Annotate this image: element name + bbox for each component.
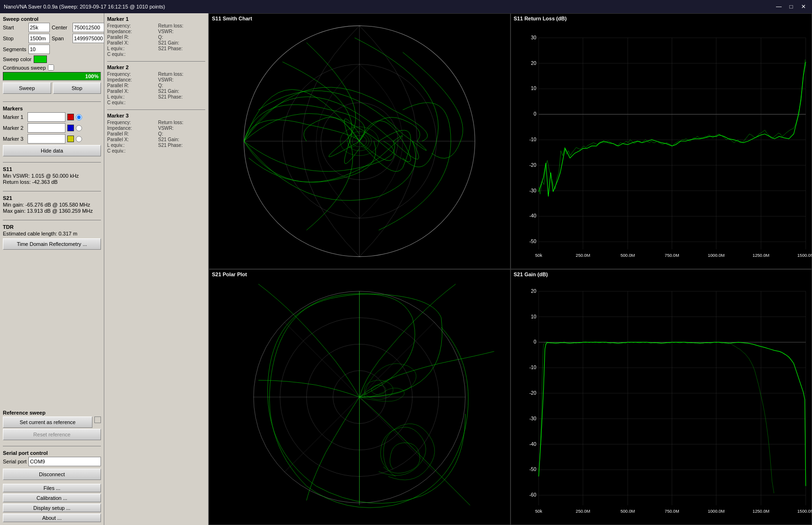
m2-s21g-label: S21 Gain:: [158, 89, 192, 94]
svg-text:1000.0M: 1000.0M: [708, 509, 725, 514]
min-gain-label: Min gain:: [3, 202, 24, 208]
tdr-button[interactable]: Time Domain Reflectometry ...: [3, 238, 101, 250]
s11-rl-svg: 30 20 10 0 -10 -20 -30 -40 -50 50k 250.0…: [511, 14, 812, 269]
marker2-radio[interactable]: [76, 125, 82, 131]
s21-gain-title: S21 Gain (dB): [514, 272, 548, 277]
svg-text:500.0M: 500.0M: [620, 253, 634, 258]
svg-text:-10: -10: [529, 137, 536, 142]
svg-text:250.0M: 250.0M: [575, 253, 590, 258]
m3-imp-label: Impedance:: [107, 126, 140, 131]
m3-leq-label: L equiv.:: [107, 143, 140, 148]
marker1-color[interactable]: [67, 114, 74, 120]
serial-port-input[interactable]: [28, 457, 101, 466]
s11-return-loss-chart: S11 Return Loss (dB): [511, 13, 812, 269]
s11-rl-title: S11 Return Loss (dB): [514, 16, 567, 21]
start-input[interactable]: [28, 23, 50, 32]
m2-rl-label: Return loss:: [158, 72, 192, 77]
marker1-input[interactable]: [27, 112, 65, 122]
m3-ceq-label: C equiv.:: [107, 148, 140, 154]
maximize-button[interactable]: □: [786, 2, 796, 11]
m2-px-label: Parallel X:: [107, 89, 140, 94]
s21-polar-svg: [209, 270, 510, 525]
sweep-control-label: Sweep control: [3, 16, 101, 22]
m2-s21p-label: S21 Phase:: [158, 94, 192, 100]
m3-s21g-label: S21 Gain:: [158, 137, 192, 142]
svg-text:-20: -20: [529, 390, 536, 396]
continuous-sweep-checkbox[interactable]: [48, 64, 54, 71]
m3-rl-label: Return loss:: [158, 120, 192, 125]
files-button[interactable]: Files ...: [3, 484, 101, 492]
markers-label: Markers: [3, 106, 101, 111]
marker3-color[interactable]: [67, 136, 74, 142]
marker-data-panel: Marker 1 Frequency: Impedance: Parallel …: [104, 13, 209, 525]
display-setup-button[interactable]: Display setup ...: [3, 504, 101, 512]
m3-px-label: Parallel X:: [107, 137, 140, 142]
m3-freq-label: Frequency:: [107, 120, 140, 125]
calibration-button[interactable]: Calibration ...: [3, 494, 101, 502]
title-bar: NanoVNA Saver 0.0.9a (Sweep: 2019-09-17 …: [0, 0, 812, 13]
progress-bar-container: 100%: [3, 72, 101, 81]
span-input[interactable]: [73, 34, 104, 43]
svg-text:10: 10: [531, 314, 537, 319]
svg-text:50k: 50k: [535, 253, 542, 258]
svg-text:50k: 50k: [535, 509, 542, 514]
m1-s21p-label: S21 Phase:: [158, 46, 192, 51]
marker3-radio[interactable]: [76, 136, 82, 142]
marker3-input[interactable]: [27, 134, 65, 144]
stop-input[interactable]: [28, 34, 50, 43]
m1-s21g-label: S21 Gain:: [158, 40, 192, 45]
svg-text:1250.0M: 1250.0M: [752, 509, 769, 514]
window-controls: — □ ✕: [774, 2, 808, 11]
max-gain-label: Max gain:: [3, 208, 26, 214]
m2-imp-label: Impedance:: [107, 77, 140, 82]
sweep-color-swatch[interactable]: [34, 55, 47, 63]
m1-vswr-label: VSWR:: [158, 29, 192, 34]
s11-return-loss-value: -42.363 dB: [32, 179, 58, 185]
s21-title: S21: [3, 195, 101, 201]
hide-data-button[interactable]: Hide data: [3, 145, 101, 156]
center-input[interactable]: [73, 23, 104, 32]
svg-text:0: 0: [533, 339, 536, 344]
m1-freq-label: Frequency:: [107, 23, 140, 28]
bottom-buttons: Files ... Calibration ... Display setup …: [3, 484, 101, 522]
m1-q-label: Q:: [158, 35, 192, 40]
divider-m1: [107, 61, 205, 62]
marker2-color[interactable]: [67, 125, 74, 131]
set-reference-button[interactable]: Set current as reference: [3, 416, 92, 428]
divider-1: [3, 101, 101, 102]
min-gain-value: -65.276 dB @ 105.580 MHz: [26, 202, 91, 208]
svg-text:1250.0M: 1250.0M: [752, 253, 769, 258]
svg-text:20: 20: [531, 61, 537, 66]
s21-gain-chart: S21 Gain (dB): [511, 269, 812, 525]
minimize-button[interactable]: —: [774, 2, 784, 11]
about-button[interactable]: About ...: [3, 514, 101, 522]
m3-pr-label: Parallel R:: [107, 131, 140, 136]
segments-input[interactable]: [28, 45, 50, 54]
svg-text:-60: -60: [529, 492, 536, 498]
m2-freq-label: Frequency:: [107, 72, 140, 77]
m1-leq-label: L equiv.:: [107, 46, 140, 51]
sweep-button[interactable]: Sweep: [3, 82, 51, 94]
svg-text:-40: -40: [529, 213, 536, 218]
m1-rl-label: Return loss:: [158, 23, 192, 28]
stop-button[interactable]: Stop: [53, 82, 101, 94]
marker2-data-title: Marker 2: [107, 64, 205, 70]
svg-text:1500.0M: 1500.0M: [797, 253, 812, 258]
close-button[interactable]: ✕: [799, 2, 808, 11]
divider-4: [3, 220, 101, 220]
s11-smith-title: S11 Smith Chart: [212, 16, 252, 21]
svg-text:30: 30: [531, 35, 537, 40]
svg-text:1000.0M: 1000.0M: [708, 253, 725, 258]
sweep-color-label: Sweep color: [3, 56, 32, 62]
disconnect-button[interactable]: Disconnect: [3, 469, 101, 480]
charts-panel: S11 Smith Chart: [209, 13, 812, 525]
marker2-input[interactable]: [27, 123, 65, 133]
marker1-radio[interactable]: [76, 114, 82, 120]
svg-text:500.0M: 500.0M: [620, 509, 634, 514]
reset-reference-button[interactable]: Reset reference: [3, 429, 101, 440]
serial-port-label: Serial port control: [3, 450, 101, 456]
svg-text:0: 0: [533, 111, 536, 117]
divider-3: [3, 191, 101, 191]
center-label: Center: [52, 25, 71, 30]
span-label: Span: [52, 36, 71, 41]
